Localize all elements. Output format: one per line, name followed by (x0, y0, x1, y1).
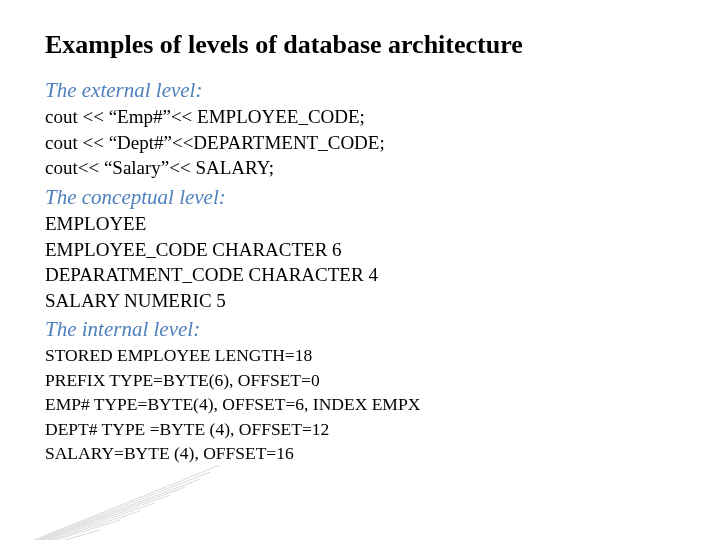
conceptual-line: EMPLOYEE_CODE CHARACTER 6 (45, 237, 675, 263)
svg-line-3 (0, 487, 185, 540)
svg-line-8 (0, 530, 100, 540)
svg-line-7 (0, 520, 120, 540)
conceptual-line: SALARY NUMERIC 5 (45, 288, 675, 314)
svg-line-2 (0, 479, 200, 540)
internal-line: EMP# TYPE=BYTE(4), OFFSET=6, INDEX EMPX (45, 392, 675, 417)
svg-line-0 (0, 465, 220, 540)
internal-line: DEPT# TYPE =BYTE (4), OFFSET=12 (45, 417, 675, 442)
internal-line: STORED EMPLOYEE LENGTH=18 (45, 343, 675, 368)
slide-content: Examples of levels of database architect… (0, 0, 720, 466)
internal-line: SALARY=BYTE (4), OFFSET=16 (45, 441, 675, 466)
page-title: Examples of levels of database architect… (45, 30, 675, 60)
heading-conceptual: The conceptual level: (45, 185, 675, 210)
conceptual-line: DEPARATMENT_CODE CHARACTER 4 (45, 262, 675, 288)
external-line: cout<< “Salary”<< SALARY; (45, 155, 675, 181)
external-line: cout << “Dept#”<<DEPARTMENT_CODE; (45, 130, 675, 156)
conceptual-line: EMPLOYEE (45, 211, 675, 237)
svg-line-1 (0, 472, 210, 540)
corner-accent-icon (0, 460, 220, 540)
heading-external: The external level: (45, 78, 675, 103)
internal-line: PREFIX TYPE=BYTE(6), OFFSET=0 (45, 368, 675, 393)
external-line: cout << “Emp#”<< EMPLOYEE_CODE; (45, 104, 675, 130)
heading-internal: The internal level: (45, 317, 675, 342)
svg-line-5 (0, 503, 155, 540)
svg-line-4 (0, 495, 170, 540)
svg-line-6 (0, 511, 140, 540)
